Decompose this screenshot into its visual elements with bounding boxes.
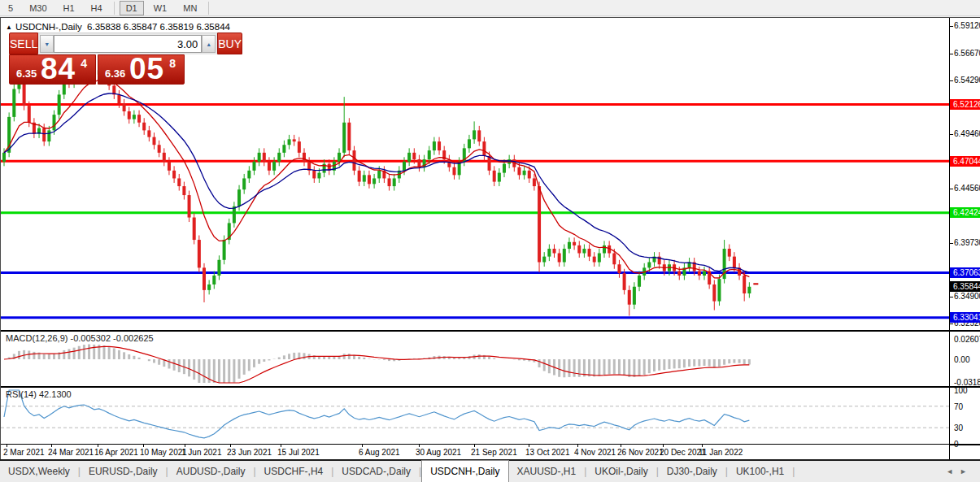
timeframe-button-h4[interactable]: H4 <box>85 1 109 15</box>
candle-body <box>182 186 185 195</box>
chart-tab-uk100-h1[interactable]: UK100-,H1 <box>728 462 792 482</box>
price-axis[interactable]: 6.591206.566706.542906.494606.445606.397… <box>949 18 980 460</box>
chart-tab-ukoil-daily[interactable]: UKOil-,Daily <box>586 462 656 482</box>
macd-axis-label: 0.02607 <box>954 335 980 344</box>
macd-panel[interactable]: MACD(12,26,9) -0.005302 -0.002625 <box>1 330 949 384</box>
date-tick-mark <box>7 445 7 447</box>
candle-body <box>358 171 361 182</box>
candle-body <box>482 141 486 156</box>
candle-body <box>438 141 441 150</box>
candle-body <box>628 290 631 305</box>
candle-body <box>698 271 701 276</box>
timeframe-button-h1[interactable]: H1 <box>57 1 81 15</box>
candle-body <box>488 156 491 171</box>
date-tick-label: 16 Apr 2021 <box>94 448 138 457</box>
tab-scroll-arrows: ◄► <box>946 467 980 482</box>
macd-label: MACD(12,26,9) -0.005302 -0.002625 <box>6 333 154 343</box>
sell-button[interactable]: SELL <box>9 33 38 54</box>
candle-body <box>377 171 381 179</box>
candle-body <box>568 242 571 249</box>
candle-body <box>12 89 15 117</box>
chart-tab-usdcad-daily[interactable]: USDCAD-,Daily <box>333 462 419 482</box>
date-tick-mark <box>98 445 98 447</box>
rsi-panel[interactable]: RSI(14) 42.1300 <box>1 386 949 444</box>
candle-body <box>372 178 376 184</box>
candle-body <box>712 284 716 302</box>
sell-price-display[interactable]: 6.35 84 4 <box>9 54 96 85</box>
candle-body <box>503 164 506 173</box>
axis-tick-mark <box>950 324 953 324</box>
date-tick-mark <box>281 445 281 447</box>
candle-body <box>563 249 566 262</box>
buy-button[interactable]: BUY <box>217 33 242 54</box>
candle-body <box>733 257 736 268</box>
date-tick-mark <box>621 445 621 447</box>
date-tick-mark <box>702 445 703 447</box>
chart-title: ▲USDCNH-,Daily 6.35838 6.35847 6.35819 6… <box>6 22 230 32</box>
date-tick-mark <box>529 445 529 447</box>
sell-price-pips: 84 <box>41 52 76 86</box>
date-tick-label: 6 Aug 2021 <box>359 448 400 457</box>
candle-body <box>117 94 120 103</box>
chart-tab-xauusd-h1[interactable]: XAUUSD-,H1 <box>509 462 585 482</box>
timeframe-toolbar: 5M30H1H4D1W1MN <box>0 0 980 16</box>
date-tick-mark <box>663 445 664 447</box>
volume-increase-icon[interactable]: ▲ <box>202 35 216 53</box>
panel-separator <box>950 386 980 388</box>
axis-tick-mark <box>950 80 953 81</box>
chart-tab-eurusd-daily[interactable]: EURUSD-,Daily <box>81 462 166 482</box>
candle-body <box>42 128 46 141</box>
tab-scroll-left-icon[interactable]: ◄ <box>946 467 960 475</box>
price-chart-area[interactable]: ▲USDCNH-,Daily 6.35838 6.35847 6.35819 6… <box>1 18 949 328</box>
timeframe-button-5[interactable]: 5 <box>2 1 20 15</box>
candle-body <box>207 284 211 290</box>
trading-platform-window: 5M30H1H4D1W1MN ▲USDCNH-,Daily 6.35838 6.… <box>0 0 980 482</box>
candle-body <box>163 153 166 162</box>
candle-body <box>623 273 626 290</box>
candle-body <box>128 111 131 119</box>
price-tick-label: 6.44560 <box>954 184 980 193</box>
buy-price-display[interactable]: 6.36 05 8 <box>98 54 185 85</box>
timeframe-button-m30[interactable]: M30 <box>23 1 53 15</box>
rsi-axis-label: 70 <box>954 402 963 411</box>
chart-tab-usdchf-h4[interactable]: USDCHF-,H4 <box>256 462 332 482</box>
candle-body <box>277 153 281 162</box>
chart-tab-audusd-daily[interactable]: AUDUSD-,Daily <box>168 462 254 482</box>
tab-scroll-right-icon[interactable]: ► <box>960 467 973 475</box>
chart-tab-dj30-daily[interactable]: DJ30-,Daily <box>659 462 725 482</box>
timeframe-button-d1[interactable]: D1 <box>120 1 144 15</box>
buy-price-base: 6.36 <box>105 67 125 80</box>
candle-body <box>553 249 556 253</box>
timeframe-button-mn[interactable]: MN <box>176 1 203 15</box>
chart-tab-usdcnh-daily[interactable]: USDCNH-,Daily <box>421 460 508 482</box>
price-level-badge: 6.47044 <box>950 156 980 167</box>
date-axis[interactable]: 2 Mar 202124 Mar 202116 Apr 202110 May 2… <box>1 444 949 460</box>
rsi-line <box>4 390 749 438</box>
macd-axis-label: 0.00 <box>954 355 969 364</box>
panel-separator <box>950 444 980 445</box>
candle-body <box>172 171 176 179</box>
candle-body <box>388 178 391 186</box>
volume-decrease-icon[interactable]: ▼ <box>40 35 54 53</box>
candle-body <box>282 145 285 153</box>
candle-body <box>428 150 431 159</box>
candle-body <box>338 153 341 162</box>
chart-tab-usdx-weekly[interactable]: USDX,Weekly <box>0 462 78 482</box>
candle-body <box>137 115 141 123</box>
candle-body <box>617 264 621 273</box>
date-tick-label: 15 Jul 2021 <box>277 448 320 457</box>
collapse-icon[interactable]: ▲ <box>6 24 12 31</box>
candle-body <box>577 245 581 254</box>
one-click-trading-panel: SELL ▼ ▲ BUY 6.35 84 4 6.36 <box>9 33 185 85</box>
sell-price-base: 6.35 <box>16 67 37 80</box>
volume-input[interactable] <box>54 35 202 53</box>
macd-signal-line <box>4 346 749 383</box>
candle-body <box>528 171 531 179</box>
chart-symbol-label: USDCNH-,Daily <box>15 22 82 32</box>
candle-body <box>573 242 576 245</box>
timeframe-button-w1[interactable]: W1 <box>147 1 174 15</box>
date-tick-mark <box>419 445 420 447</box>
price-tick-label: 6.59120 <box>954 21 980 30</box>
candle-body <box>158 145 161 153</box>
toolbar-separator <box>114 2 115 15</box>
